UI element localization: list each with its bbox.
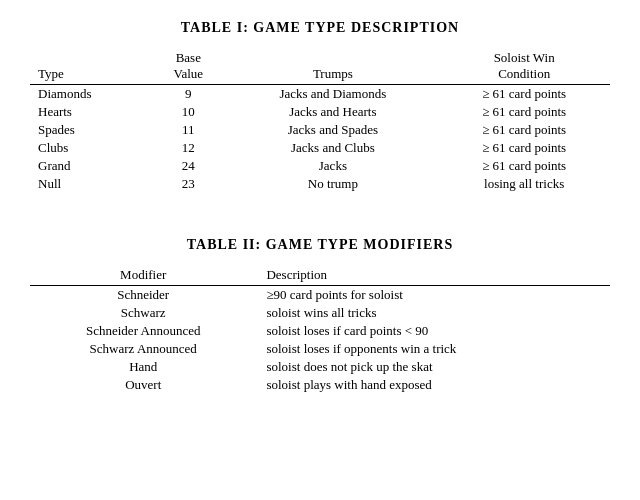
col-modifier-header: Modifier [30,265,256,286]
trumps-cell: Jacks [227,157,438,175]
modifier-cell: Schwarz [30,304,256,322]
type-cell: Grand [30,157,149,175]
game-modifiers-table: Modifier Description Schneider ≥90 card … [30,265,610,394]
table2-body: Schneider ≥90 card points for soloist Sc… [30,286,610,395]
type-cell: Spades [30,121,149,139]
table1-header-row1: Type BaseValue Trumps Soloist WinConditi… [30,48,610,85]
condition-cell: ≥ 61 card points [438,121,610,139]
trumps-cell: Jacks and Diamonds [227,85,438,104]
basevalue-cell: 23 [149,175,227,193]
condition-cell: losing all tricks [438,175,610,193]
table-row: Spades 11 Jacks and Spades ≥ 61 card poi… [30,121,610,139]
col-basevalue-header: BaseValue [149,48,227,85]
col-description-header: Description [256,265,610,286]
basevalue-cell: 10 [149,103,227,121]
condition-cell: ≥ 61 card points [438,139,610,157]
trumps-cell: Jacks and Spades [227,121,438,139]
trumps-cell: No trump [227,175,438,193]
type-cell: Diamonds [30,85,149,104]
condition-cell: ≥ 61 card points [438,157,610,175]
description-cell: ≥90 card points for soloist [256,286,610,305]
table2-title: TABLE II: Game Type Modifiers [30,237,610,253]
table2-section: TABLE II: Game Type Modifiers Modifier D… [30,237,610,394]
type-cell: Hearts [30,103,149,121]
table-row: Schwarz soloist wins all tricks [30,304,610,322]
col-type-header: Type [30,48,149,85]
table-row: Schneider ≥90 card points for soloist [30,286,610,305]
table1-section: TABLE I: Game Type Description Type Base… [30,20,610,193]
table1-title: TABLE I: Game Type Description [30,20,610,36]
type-cell: Null [30,175,149,193]
table-row: Diamonds 9 Jacks and Diamonds ≥ 61 card … [30,85,610,104]
table-row: Null 23 No trump losing all tricks [30,175,610,193]
game-type-table: Type BaseValue Trumps Soloist WinConditi… [30,48,610,193]
modifier-cell: Hand [30,358,256,376]
description-cell: soloist loses if opponents win a trick [256,340,610,358]
trumps-cell: Jacks and Clubs [227,139,438,157]
condition-cell: ≥ 61 card points [438,85,610,104]
description-cell: soloist wins all tricks [256,304,610,322]
table-row: Schwarz Announced soloist loses if oppon… [30,340,610,358]
basevalue-cell: 11 [149,121,227,139]
table-row: Hand soloist does not pick up the skat [30,358,610,376]
type-cell: Clubs [30,139,149,157]
basevalue-cell: 12 [149,139,227,157]
description-cell: soloist loses if card points < 90 [256,322,610,340]
modifier-cell: Ouvert [30,376,256,394]
modifier-cell: Schneider [30,286,256,305]
col-trumps-header: Trumps [227,48,438,85]
table-row: Hearts 10 Jacks and Hearts ≥ 61 card poi… [30,103,610,121]
basevalue-cell: 24 [149,157,227,175]
description-cell: soloist plays with hand exposed [256,376,610,394]
modifier-cell: Schwarz Announced [30,340,256,358]
table2-header-row: Modifier Description [30,265,610,286]
description-cell: soloist does not pick up the skat [256,358,610,376]
table-row: Clubs 12 Jacks and Clubs ≥ 61 card point… [30,139,610,157]
table-row: Schneider Announced soloist loses if car… [30,322,610,340]
trumps-cell: Jacks and Hearts [227,103,438,121]
table-row: Ouvert soloist plays with hand exposed [30,376,610,394]
basevalue-cell: 9 [149,85,227,104]
col-soloist-header: Soloist WinCondition [438,48,610,85]
table1-body: Diamonds 9 Jacks and Diamonds ≥ 61 card … [30,85,610,194]
modifier-cell: Schneider Announced [30,322,256,340]
table-row: Grand 24 Jacks ≥ 61 card points [30,157,610,175]
section-divider [30,221,610,237]
condition-cell: ≥ 61 card points [438,103,610,121]
